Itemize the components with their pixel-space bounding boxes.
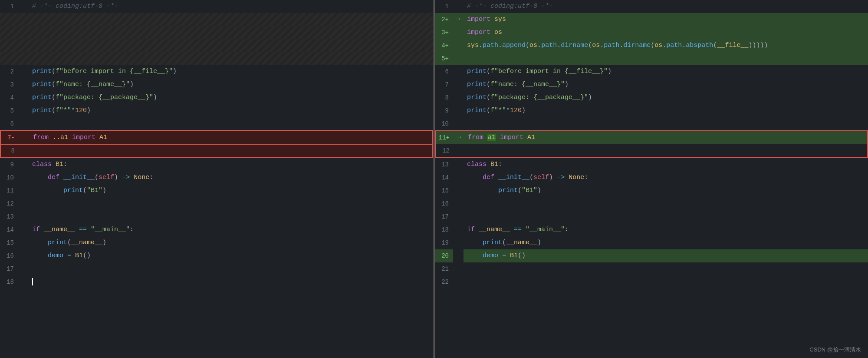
table-row: 4 print(f"package: {__package__}") (0, 91, 433, 104)
right-pane: 1 # -*- coding:utf-8 -*- 2+ → import sys… (435, 0, 868, 358)
table-row: 12 (435, 144, 868, 158)
table-row: 21 (435, 262, 868, 275)
table-row (0, 52, 433, 65)
table-row: 6 print(f"before import in {__file__}") (435, 65, 868, 78)
table-row: 19 print(__name__) (435, 236, 868, 249)
table-row: 15 print("B1") (435, 184, 868, 197)
table-row: 11+ → from a1 import A1 (435, 130, 868, 144)
table-row: 4+ sys.path.append(os.path.dirname(os.pa… (435, 39, 868, 52)
table-row: 10 (435, 117, 868, 130)
table-row: 20 demo = B1() (435, 249, 868, 262)
table-row: 8 print(f"package: {__package__}") (435, 91, 868, 104)
table-row: 17 (0, 262, 433, 275)
diff-view: 1 # -*- coding:utf-8 -*- 2 (0, 0, 868, 358)
table-row: 13 (0, 210, 433, 223)
table-row: 13 class B1: (435, 158, 868, 171)
table-row: 1 # -*- coding:utf-8 -*- (0, 0, 433, 13)
table-row: 7- from ..a1 import A1 (0, 130, 433, 144)
table-row: 5+ (435, 52, 868, 65)
left-pane: 1 # -*- coding:utf-8 -*- 2 (0, 0, 434, 358)
table-row (0, 26, 433, 39)
table-row: 18 (0, 275, 433, 288)
table-row (0, 39, 433, 52)
table-row: 9 class B1: (0, 158, 433, 171)
table-row: 1 # -*- coding:utf-8 -*- (435, 0, 868, 13)
table-row: 16 demo = B1() (0, 249, 433, 262)
table-row: 18 if __name__ == "__main__": (435, 223, 868, 236)
table-row: 7 print(f"name: {__name__}") (435, 78, 868, 91)
table-row (0, 13, 433, 26)
table-row: 10 def __init__(self) -> None: (0, 171, 433, 184)
table-row: 15 print(__name__) (0, 236, 433, 249)
table-row: 3 print(f"name: {__name__}") (0, 78, 433, 91)
table-row: 5 print(f"*"*120) (0, 104, 433, 117)
table-row: 8 (0, 144, 433, 158)
table-row: 2+ → import sys (435, 13, 868, 26)
table-row: 12 (0, 197, 433, 210)
table-row: 16 (435, 197, 868, 210)
table-row: 17 (435, 210, 868, 223)
table-row: 14 def __init__(self) -> None: (435, 171, 868, 184)
table-row: 14 if __name__ == "__main__": (0, 223, 433, 236)
table-row: 22 (435, 275, 868, 288)
table-row: 6 (0, 117, 433, 130)
table-row: 2 print(f"before import in {__file__}") (0, 65, 433, 78)
table-row: 11 print("B1") (0, 184, 433, 197)
table-row: 3+ import os (435, 26, 868, 39)
watermark: CSDN @拾一滴清水 (809, 346, 861, 354)
table-row: 9 print(f"*"*120) (435, 104, 868, 117)
